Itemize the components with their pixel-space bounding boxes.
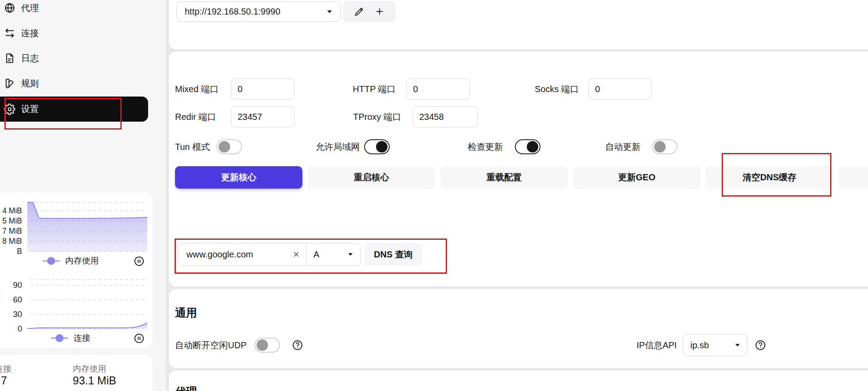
log-icon (4, 52, 15, 64)
memory-chart-legend: 内存使用 (0, 256, 153, 266)
help-icon[interactable] (755, 339, 766, 351)
toggle-knob (654, 141, 666, 153)
y-tick-label: 8 MiB (0, 236, 22, 246)
port-field-label: TProxy 端口 (353, 111, 401, 123)
dns-query-input[interactable] (186, 249, 284, 260)
app-root: 代理连接日志规则设置 http://192.168.50.1:9990 A DN… (0, 0, 868, 391)
general-section-heading: 通用 (175, 305, 197, 320)
ip-api-value: ip.sb (690, 340, 709, 350)
memory-legend-label: 内存使用 (65, 255, 99, 267)
connections-legend-label: 连接 (74, 332, 90, 344)
toggle-switch[interactable] (515, 139, 540, 154)
proxy-section-heading: 代理 (175, 384, 197, 391)
memory-usage-chart (27, 200, 147, 253)
action-button-3[interactable]: 重载配置 (440, 166, 568, 189)
toggle-label: 检查更新 (468, 141, 503, 153)
general-card (169, 289, 868, 368)
y-tick-label: 5 MiB (0, 216, 22, 226)
backend-endpoint-value: http://192.168.50.1:9990 (185, 7, 280, 17)
port-field-label: Socks 端口 (535, 83, 579, 95)
sidebar-item-label: 连接 (21, 27, 39, 39)
help-icon[interactable] (292, 339, 303, 351)
sidebar-item-4[interactable]: 规则 (0, 71, 150, 96)
memory-stat-value: 93.1 MiB (73, 374, 116, 387)
action-button-2[interactable]: 重启核心 (308, 166, 435, 189)
y-tick-label: B (0, 246, 22, 256)
toggle-label: 自动更新 (605, 141, 641, 153)
y-tick-label: 90 (0, 280, 22, 290)
pause-circle-icon (134, 256, 145, 267)
chevron-down-icon (327, 10, 332, 14)
ip-api-label: IP信息API (637, 339, 677, 351)
y-tick-label: 60 (0, 295, 22, 305)
dns-query-group: A (178, 243, 361, 266)
toggle-knob (219, 141, 230, 153)
dns-record-type-value: A (313, 249, 319, 260)
edit-endpoint-button[interactable] (354, 6, 365, 17)
sidebar-item-2[interactable]: 连接 (0, 21, 150, 45)
idle-udp-label: 自动断开空闲UDP (175, 339, 246, 351)
sidebar-item-label: 规则 (21, 78, 39, 89)
y-tick-label: 0 (0, 324, 22, 334)
sidebar-item-3[interactable]: 日志 (0, 46, 150, 71)
endpoint-actions (343, 1, 396, 22)
action-button-6[interactable] (838, 166, 868, 189)
connections-stat-label: 连接 (0, 363, 11, 375)
add-endpoint-button[interactable] (374, 6, 385, 17)
y-tick-label: 4 MiB (0, 206, 22, 216)
gear-icon (4, 104, 15, 115)
port-field-label: HTTP 端口 (353, 83, 395, 95)
sidebar-item-label: 日志 (21, 52, 39, 64)
clear-input-icon[interactable] (292, 250, 301, 259)
port-field-label: Mixed 端口 (175, 83, 219, 95)
toggle-label: 允许局域网 (316, 141, 360, 153)
legend-marker-icon (51, 337, 68, 339)
proxy-card (169, 371, 868, 391)
sidebar-item-1[interactable]: 代理 (0, 0, 150, 20)
backend-endpoint-select[interactable]: http://192.168.50.1:9990 (176, 1, 341, 22)
connections-chart-legend: 连接 (0, 333, 153, 343)
chevron-down-icon (348, 253, 353, 256)
toggle-switch[interactable] (652, 139, 678, 154)
port-input[interactable] (406, 78, 470, 100)
action-button-5[interactable]: 清空DNS缓存 (706, 166, 833, 189)
pause-chart-button[interactable] (134, 256, 145, 267)
dns-query-input-wrap (179, 243, 306, 265)
chevron-down-icon (735, 343, 740, 347)
globe-icon (4, 2, 15, 14)
pencil-icon (354, 6, 365, 17)
port-input[interactable] (413, 106, 478, 127)
connections-stat-value: 7 (1, 374, 7, 387)
toggle-switch[interactable] (364, 139, 390, 154)
toggle-label: Tun 模式 (175, 141, 210, 153)
sidebar-item-label: 设置 (21, 103, 39, 115)
action-button-1[interactable]: 更新核心 (175, 166, 302, 189)
transfer-icon (4, 27, 15, 39)
y-tick-label: 30 (0, 309, 22, 319)
toggle-knob (527, 141, 538, 153)
ip-api-select[interactable]: ip.sb (683, 334, 748, 356)
port-input[interactable] (231, 78, 294, 100)
sidebar-item-5[interactable]: 设置 (0, 97, 148, 122)
connections-chart (27, 278, 147, 330)
dns-record-type-select[interactable]: A (306, 243, 360, 265)
memory-stat-label: 内存使用 (73, 363, 106, 375)
port-input[interactable] (589, 78, 652, 100)
port-field-label: Redir 端口 (175, 111, 216, 123)
action-button-4[interactable]: 更新GEO (573, 166, 700, 189)
toggle-knob (257, 339, 268, 351)
legend-marker-icon (42, 260, 60, 262)
y-tick-label: 7 MiB (0, 226, 22, 236)
pause-circle-icon (134, 333, 145, 344)
rules-icon (4, 78, 15, 89)
dns-query-button[interactable]: DNS 查询 (364, 243, 422, 266)
sidebar-item-label: 代理 (21, 2, 39, 14)
toggle-knob (376, 141, 387, 153)
port-input[interactable] (231, 106, 294, 127)
idle-udp-toggle[interactable] (254, 338, 280, 353)
pause-chart-button[interactable] (134, 333, 145, 344)
plus-icon (374, 6, 385, 17)
toggle-switch[interactable] (216, 139, 242, 154)
